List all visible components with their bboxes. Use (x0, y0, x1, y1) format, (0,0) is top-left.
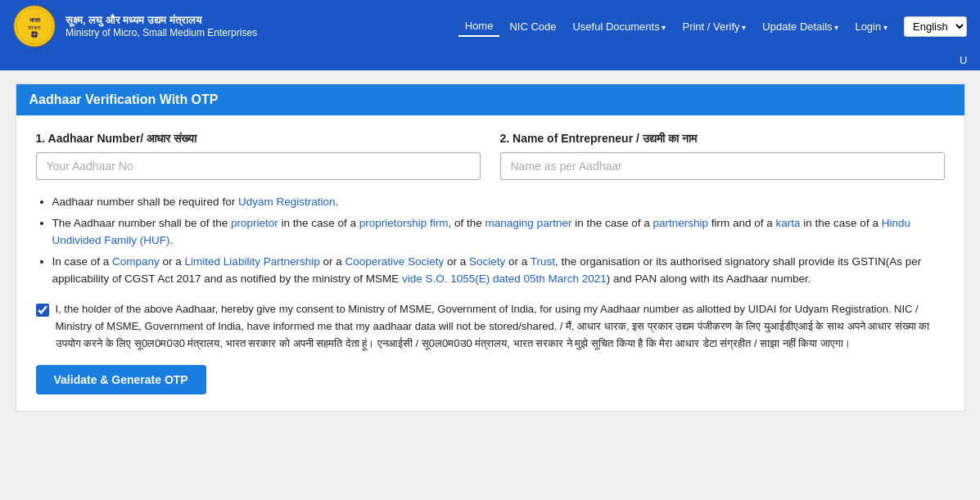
nav-print-verify[interactable]: Print / Verify (675, 17, 752, 36)
name-input[interactable] (500, 152, 945, 180)
ministry-logo: भारत सरकार (13, 5, 56, 47)
validate-button[interactable]: Validate & Generate OTP (36, 365, 206, 394)
fields-row: 1. Aadhaar Number/ आधार संख्या 2. Name o… (36, 132, 945, 180)
marquee-text: UDYAM REGISTRATION FORM - For New Enterp… (13, 54, 967, 66)
consent-text: I, the holder of the above Aadhaar, here… (56, 301, 945, 352)
nav-login[interactable]: Login (848, 17, 894, 36)
svg-text:सरकार: सरकार (27, 25, 41, 30)
aadhaar-input[interactable] (36, 152, 481, 180)
info-bullets: Aadhaar number shall be required for Udy… (36, 193, 945, 288)
bullet-1: Aadhaar number shall be required for Udy… (52, 193, 945, 211)
main-nav: Home NIC Code Useful Documents Print / V… (458, 16, 967, 37)
consent-area: I, the holder of the above Aadhaar, here… (36, 301, 945, 352)
nav-home[interactable]: Home (458, 16, 500, 37)
section-header: Aadhaar Verification With OTP (16, 84, 964, 115)
nav-useful-docs[interactable]: Useful Documents (566, 17, 672, 36)
bullet-3: In case of a Company or a Limited Liabil… (52, 253, 945, 288)
nav-update-details[interactable]: Update Details (756, 17, 845, 36)
form-area: 1. Aadhaar Number/ आधार संख्या 2. Name o… (16, 115, 964, 411)
svg-text:भारत: भारत (29, 17, 41, 23)
nav-nic-code[interactable]: NIC Code (503, 17, 562, 36)
aadhaar-label: 1. Aadhaar Number/ आधार संख्या (36, 132, 481, 146)
name-label: 2. Name of Entrepreneur / उद्यमी का नाम (500, 132, 945, 146)
ministry-name: सूक्ष्म, लघु और मध्यम उद्यम मंत्रालय Min… (65, 14, 257, 38)
language-selector[interactable]: English Hindi (904, 16, 967, 37)
aadhaar-field-group: 1. Aadhaar Number/ आधार संख्या (36, 132, 481, 180)
ministry-english-title: Ministry of Micro, Small Medium Enterpri… (65, 27, 257, 38)
main-content: Aadhaar Verification With OTP 1. Aadhaar… (16, 83, 965, 412)
name-field-group: 2. Name of Entrepreneur / उद्यमी का नाम (500, 132, 945, 180)
bullet-2: The Aadhaar number shall be of the propr… (52, 214, 945, 250)
marquee-banner: UDYAM REGISTRATION FORM - For New Enterp… (0, 52, 980, 70)
ministry-hindi-title: सूक्ष्म, लघु और मध्यम उद्यम मंत्रालय (65, 14, 257, 27)
header: भारत सरकार सूक्ष्म, लघु और मध्यम उद्यम म… (0, 0, 980, 52)
consent-checkbox[interactable] (36, 304, 49, 317)
section-title: Aadhaar Verification With OTP (29, 92, 219, 106)
